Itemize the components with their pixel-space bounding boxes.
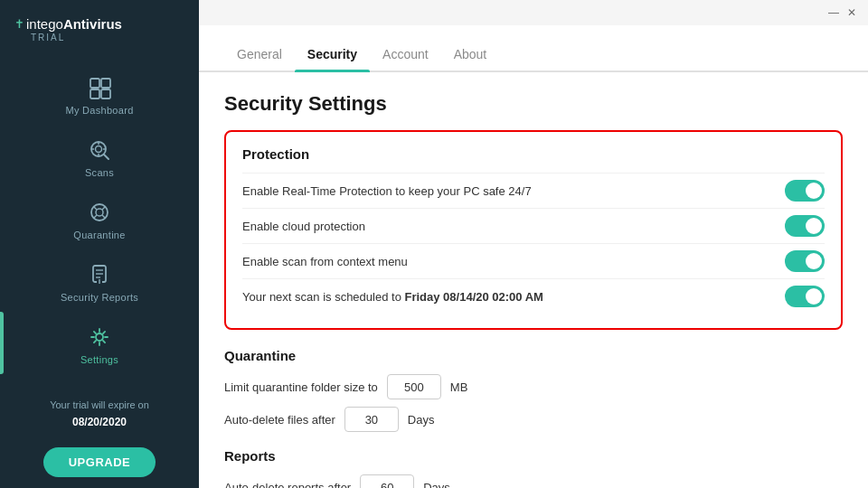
sidebar-scans-label: Scans: [85, 167, 114, 178]
reports-title: Reports: [224, 448, 843, 464]
trial-text: Your trial will expire on: [50, 399, 149, 410]
scans-icon: [85, 136, 114, 164]
tab-security[interactable]: Security: [295, 47, 370, 70]
auto-delete-files-row: Auto-delete files after Days: [224, 407, 843, 432]
minimize-button[interactable]: —: [825, 4, 843, 22]
reports-icon: [85, 260, 114, 289]
sidebar-logo: ✝ intego Antivirus TRIAL: [0, 0, 199, 55]
cloud-toggle[interactable]: [785, 215, 825, 237]
auto-delete-files-input[interactable]: [344, 407, 399, 432]
sidebar-nav: My Dashboard Scans: [0, 55, 199, 374]
active-indicator: [0, 312, 4, 374]
folder-size-row: Limit quarantine folder size to MB: [224, 374, 843, 399]
trial-date: 08/20/2020: [72, 416, 127, 428]
logo-icon: ✝: [14, 17, 24, 31]
auto-delete-reports-row: Auto-delete reports after Days: [224, 474, 843, 488]
cloud-protection-row: Enable cloud protection: [242, 208, 825, 243]
sidebar-item-scans[interactable]: Scans: [0, 125, 199, 187]
auto-delete-reports-input[interactable]: [360, 474, 414, 488]
sidebar-reports-label: Security Reports: [61, 292, 138, 303]
tab-account[interactable]: Account: [370, 47, 441, 70]
svg-point-23: [96, 333, 103, 341]
page-title: Security Settings: [224, 92, 843, 116]
quarantine-title: Quarantine: [224, 348, 843, 363]
logo-brand: intego: [26, 16, 63, 32]
protection-title: Protection: [242, 146, 825, 162]
schedule-label: Your next scan is scheduled to Friday 08…: [242, 290, 543, 304]
sidebar-settings-label: Settings: [80, 354, 118, 365]
upgrade-button[interactable]: UPGRADE: [43, 447, 156, 477]
sidebar-quarantine-label: Quarantine: [73, 230, 125, 240]
close-button[interactable]: ✕: [843, 4, 861, 22]
folder-size-label: Limit quarantine folder size to: [224, 380, 378, 394]
context-toggle[interactable]: [785, 250, 825, 272]
sidebar: ✝ intego Antivirus TRIAL My Dashboard: [0, 0, 199, 488]
reports-section: Reports Auto-delete reports after Days M…: [224, 448, 843, 488]
svg-rect-0: [90, 79, 99, 88]
logo-tier: TRIAL: [31, 33, 65, 42]
tabs: General Security Account About: [199, 25, 868, 72]
auto-delete-reports-unit: Days: [423, 481, 450, 489]
settings-icon: [85, 323, 114, 352]
realtime-label: Enable Real-Time Protection to keep your…: [242, 184, 532, 198]
sidebar-item-reports[interactable]: Security Reports: [0, 249, 199, 312]
tab-general[interactable]: General: [224, 47, 295, 70]
auto-delete-files-label: Auto-delete files after: [224, 413, 335, 427]
auto-delete-files-unit: Days: [408, 413, 435, 427]
realtime-toggle[interactable]: [785, 180, 825, 202]
titlebar: — ✕: [199, 0, 868, 25]
schedule-row: Your next scan is scheduled to Friday 08…: [242, 278, 825, 314]
svg-line-13: [94, 207, 98, 211]
main-area: — ✕ General Security Account About Secur…: [199, 0, 868, 488]
quarantine-icon: [85, 198, 114, 227]
svg-rect-3: [101, 89, 110, 99]
folder-size-input[interactable]: [387, 374, 441, 399]
quarantine-section: Quarantine Limit quarantine folder size …: [224, 348, 843, 432]
auto-delete-reports-label: Auto-delete reports after: [224, 481, 351, 489]
svg-line-16: [102, 215, 106, 219]
schedule-toggle[interactable]: [785, 286, 825, 307]
trial-info: Your trial will expire on 08/20/2020: [41, 389, 158, 440]
svg-rect-1: [101, 79, 110, 88]
protection-section: Protection Enable Real-Time Protection t…: [224, 130, 843, 330]
sidebar-dashboard-label: My Dashboard: [65, 105, 133, 116]
svg-line-14: [102, 207, 106, 211]
settings-content: Security Settings Protection Enable Real…: [199, 72, 868, 488]
realtime-protection-row: Enable Real-Time Protection to keep your…: [242, 173, 825, 208]
svg-line-6: [104, 155, 108, 159]
sidebar-item-quarantine[interactable]: Quarantine: [0, 187, 199, 249]
context-label: Enable scan from context menu: [242, 255, 408, 268]
cloud-label: Enable cloud protection: [242, 220, 365, 233]
dashboard-icon: [85, 73, 114, 102]
svg-rect-2: [90, 89, 99, 99]
sidebar-item-dashboard[interactable]: My Dashboard: [0, 62, 199, 125]
folder-size-unit: MB: [450, 380, 468, 394]
svg-point-12: [96, 209, 103, 216]
context-menu-row: Enable scan from context menu: [242, 243, 825, 278]
tab-about[interactable]: About: [441, 47, 500, 70]
svg-line-15: [94, 215, 98, 219]
svg-point-5: [96, 146, 102, 153]
sidebar-item-settings[interactable]: Settings: [0, 312, 199, 374]
logo-product: Antivirus: [63, 16, 122, 32]
